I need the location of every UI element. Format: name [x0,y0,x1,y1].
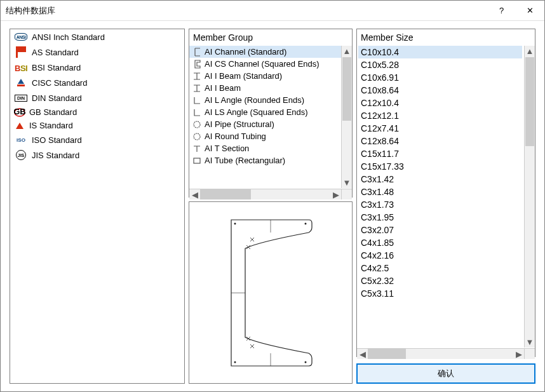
member-size-header: Member Size [357,29,535,46]
ibeam-icon [192,72,202,81]
pipe-icon [192,120,202,129]
member-group-label: AI I Beam (Standard) [205,71,282,81]
member-size-item[interactable]: C12x7.41 [358,122,522,135]
member-size-item[interactable]: C5x3.11 [358,287,522,300]
scroll-thumb[interactable] [368,349,406,359]
title-bar: 结构件数据库 ? ✕ [1,1,544,21]
member-size-list: C10x10.4C10x5.28C10x6.91C10x8.64C12x10.4… [357,46,523,300]
member-size-item[interactable]: C10x8.64 [358,84,522,97]
svg-point-10 [234,361,236,363]
member-group-item[interactable]: AI CS Channel (Squared Ends) [189,58,352,70]
svg-point-9 [305,222,307,224]
member-group-item[interactable]: AI Tube (Rectangular) [189,154,352,166]
svg-point-11 [305,361,307,363]
scroll-up-icon[interactable]: ▲ [342,46,352,57]
dialog-window: 结构件数据库 ? ✕ ANSIANSI Inch StandardAS Stan… [0,0,545,392]
member-size-item[interactable]: C10x10.4 [358,46,522,58]
standard-label: IS Standard [29,121,73,130]
member-size-item[interactable]: C10x5.28 [358,58,522,71]
member-group-item[interactable]: AI T Section [189,142,352,154]
member-size-item[interactable]: C4x2.16 [358,249,522,262]
standard-label: CISC Standard [32,78,87,88]
channel-icon [192,48,202,57]
member-group-label: AI I Beam [205,83,241,93]
member-size-item[interactable]: C12x8.64 [358,135,522,147]
member-size-item[interactable]: C3x1.48 [358,186,522,198]
member-size-panel: Member Size C10x10.4C10x5.28C10x6.91C10x… [356,29,535,357]
member-size-item[interactable]: C4x2.5 [358,262,522,274]
standard-item-as[interactable]: AS Standard [13,44,182,60]
help-button[interactable]: ? [487,1,516,21]
standard-item-is[interactable]: IS Standard [13,119,182,132]
ok-button[interactable]: 确认 [356,363,535,384]
profile-preview [189,202,352,383]
ibeam-icon [192,84,202,93]
member-size-item[interactable]: C3x2.07 [358,224,522,236]
standard-label: AS Standard [32,48,79,57]
scroll-left-icon[interactable]: ◀ [189,189,200,199]
standard-item-bsi[interactable]: BSIBSI Standard [13,60,182,75]
svg-point-3 [194,133,200,140]
member-size-item[interactable]: C12x12.1 [358,109,522,122]
scroll-thumb[interactable] [200,189,251,199]
member-size-item[interactable]: C3x1.42 [358,173,522,186]
member-size-item[interactable]: C5x2.32 [358,274,522,287]
scroll-right-icon[interactable]: ▶ [330,189,341,199]
member-group-label: AI Pipe (Structural) [205,119,274,129]
angle-icon [192,108,202,117]
member-group-item[interactable]: AI I Beam [189,82,352,94]
group-hscrollbar[interactable]: ◀ ▶ [189,189,341,199]
member-size-item[interactable]: C4x1.85 [358,236,522,249]
member-group-label: AI Tube (Rectangular) [205,156,285,165]
standards-panel: ANSIANSI Inch StandardAS StandardBSIBSI … [10,29,185,384]
member-group-label: AI L Angle (Rounded Ends) [205,95,304,105]
size-vscrollbar[interactable]: ▲ ▼ [524,46,535,348]
scroll-left-icon[interactable]: ◀ [357,349,368,359]
standard-label: GB Standard [29,107,77,117]
pipe-icon [192,132,202,141]
member-group-item[interactable]: AI Pipe (Structural) [189,118,352,130]
member-group-item[interactable]: AI LS Angle (Squared Ends) [189,106,352,118]
scroll-up-icon[interactable]: ▲ [525,46,535,57]
member-size-item[interactable]: C12x10.4 [358,97,522,109]
channel-profile-svg [220,213,321,372]
middle-column: Member Group AI Channel (Standard)AI CS … [189,29,353,384]
scroll-right-icon[interactable]: ▶ [513,349,524,359]
member-size-item[interactable]: C3x1.73 [358,198,522,211]
member-size-item[interactable]: C3x1.95 [358,211,522,224]
standard-item-cisc[interactable]: CISC Standard [13,75,182,90]
member-group-header: Member Group [189,29,352,46]
svg-point-8 [234,222,236,224]
close-button[interactable]: ✕ [516,1,544,21]
member-group-item[interactable]: AI Channel (Standard) [189,46,352,58]
member-size-item[interactable]: C15x11.7 [358,147,522,160]
window-title: 结构件数据库 [6,5,55,17]
member-size-item[interactable]: C10x6.91 [358,71,522,84]
member-group-item[interactable]: AI L Angle (Rounded Ends) [189,94,352,106]
scroll-down-icon[interactable]: ▼ [342,177,352,188]
scroll-thumb[interactable] [342,57,351,121]
standards-list: ANSIANSI Inch StandardAS StandardBSIBSI … [10,29,184,165]
member-group-item[interactable]: AI Round Tubing [189,130,352,142]
standard-label: ISO Standard [32,135,82,145]
standard-label: BSI Standard [32,63,81,72]
right-column: Member Size C10x10.4C10x5.28C10x6.91C10x… [356,29,535,384]
group-vscrollbar[interactable]: ▲ ▼ [341,46,352,188]
member-size-item[interactable]: C15x17.33 [358,160,522,173]
standard-item-din[interactable]: DINDIN Standard [13,90,182,105]
scroll-down-icon[interactable]: ▼ [525,337,535,348]
member-group-panel: Member Group AI Channel (Standard)AI CS … [189,29,353,198]
member-group-item[interactable]: AI I Beam (Standard) [189,70,352,82]
member-group-list: AI Channel (Standard)AI CS Channel (Squa… [189,46,352,166]
size-hscrollbar[interactable]: ◀ ▶ [357,348,524,359]
standard-item-iso[interactable]: ISOISO Standard [13,132,182,147]
scroll-thumb[interactable] [525,57,534,146]
standard-item-jis[interactable]: JISJIS Standard [13,147,182,163]
content-area: ANSIANSI Inch StandardAS StandardBSIBSI … [1,21,544,391]
standard-label: ANSI Inch Standard [32,32,105,42]
svg-rect-4 [194,158,200,163]
standard-item-ansi[interactable]: ANSIANSI Inch Standard [13,29,182,44]
member-group-label: AI CS Channel (Squared Ends) [205,59,320,69]
angle-icon [192,96,202,105]
standard-item-gb[interactable]: GBGB Standard [13,105,182,119]
